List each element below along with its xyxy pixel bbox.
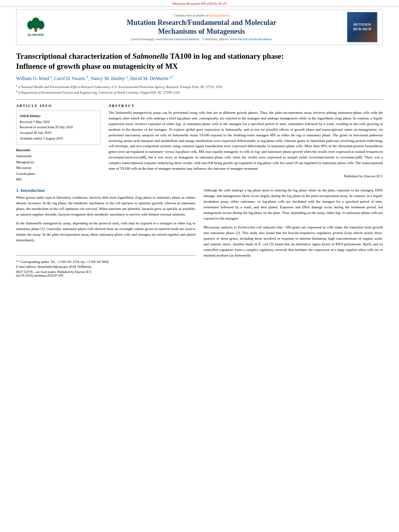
journal-title-main: Mutation Research/Fundamental and Molecu… — [60, 18, 343, 36]
article-content: Transcriptional characterization of Salm… — [16, 47, 383, 281]
published-by: Published by Elsevier B.V. — [109, 174, 383, 178]
journal-citation-bar: Mutation Research 692 (2010) 19–25 — [0, 0, 399, 7]
abstract-column: ABSTRACT The Salmonella mutagenicity ass… — [109, 104, 383, 183]
svg-rect-4 — [35, 28, 37, 32]
footer-area: * * Corresponding author. Tel.: +1 919 5… — [16, 255, 195, 277]
intro-para4: Microarray analysis in Escherichia coli … — [204, 225, 383, 259]
section1-title: 1. Introduction — [16, 188, 195, 193]
contents-line: Contents lists available at ScienceDirec… — [60, 13, 343, 17]
svg-point-2 — [27, 21, 34, 29]
article-info-abstract: ARTICLE INFO Article history: Received 5… — [16, 104, 383, 183]
keyword-microarray: Microarray — [16, 165, 101, 170]
footer-divider — [16, 255, 195, 256]
svg-point-3 — [38, 21, 44, 29]
copyright-line: 0027-5107/$ – see front matter. Publishe… — [16, 270, 195, 277]
elsevier-logo-container: ELSEVIER — [20, 16, 56, 38]
body-content: 1. Introduction When grown under typical… — [16, 188, 383, 277]
authors-line: William O. Ward a, Carol D. Swartz b, Na… — [16, 75, 383, 82]
sciencedirect-link[interactable]: ScienceDirect — [209, 13, 229, 17]
journal-header: ELSEVIER Contents lists available at Sci… — [16, 9, 383, 45]
affiliations: a a National Health and Environmental Ef… — [16, 84, 383, 95]
article-info-heading: ARTICLE INFO — [16, 104, 101, 108]
intro-para2: In the Salmonella mutagenicity assay, de… — [16, 221, 195, 243]
body-right-col: Although the cells undergo a lag phase p… — [204, 188, 383, 277]
homepage-url[interactable]: www.elsevier.com/locate/molmut — [156, 37, 199, 41]
abstract-text: The Salmonella mutagenicity assay can be… — [109, 110, 383, 172]
keywords-section: Keywords: Salmonella Mutagenicity Microa… — [16, 148, 101, 182]
journal-links: journal homepage: www.elsevier.com/locat… — [60, 37, 343, 41]
divider-1 — [16, 99, 383, 100]
article-history-box: Article history: Received 5 May 2010 Rec… — [16, 110, 101, 145]
keywords-label: Keywords: — [16, 148, 101, 152]
keyword-mutagenicity: Mutagenicity — [16, 159, 101, 165]
intro-para3: Although the cells undergo a lag phase p… — [204, 188, 383, 222]
journal-citation: Mutation Research 692 (2010) 19–25 — [173, 2, 227, 6]
intro-para1: When grown under typical laboratory cond… — [16, 195, 195, 218]
corresponding-author-note: * * Corresponding author. Tel.: +1 919 5… — [16, 260, 195, 269]
journal-title-area: Contents lists available at ScienceDirec… — [56, 13, 347, 41]
community-url[interactable]: www.elsevier.com/locate/mutres — [230, 37, 272, 41]
body-left-col: 1. Introduction When grown under typical… — [16, 188, 195, 277]
article-info-column: ARTICLE INFO Article history: Received 5… — [16, 104, 101, 183]
keyword-growth-phase: Growth phase — [16, 171, 101, 177]
journal-cover-image: MUTATIONRESEARCH — [347, 12, 379, 42]
article-title: Transcriptional characterization of Salm… — [16, 51, 383, 71]
abstract-heading: ABSTRACT — [109, 104, 383, 108]
body-two-col: 1. Introduction When grown under typical… — [16, 188, 383, 277]
svg-text:ELSEVIER: ELSEVIER — [28, 33, 44, 37]
available-date: Available online 5 August 2010 — [20, 136, 97, 142]
accepted-date: Accepted 28 July 2010 — [20, 130, 97, 136]
keyword-salmonella: Salmonella — [16, 153, 101, 159]
received-date: Received 5 May 2010 — [20, 119, 97, 125]
elsevier-logo: ELSEVIER — [20, 16, 52, 37]
history-label: Article history: — [20, 114, 97, 118]
keyword-mx: MX — [16, 177, 101, 182]
mutation-research-cover: MUTATIONRESEARCH — [347, 12, 377, 42]
revised-date: Received in revised form 20 July 2010 — [20, 125, 97, 130]
